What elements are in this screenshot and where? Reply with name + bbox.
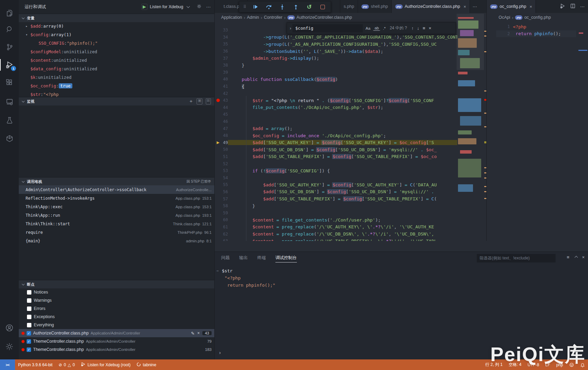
checkbox[interactable]: ✓ <box>27 339 31 344</box>
remove-watch-icon[interactable]: ⊠ <box>206 98 211 104</box>
breakpoint-toggle[interactable]: Errors <box>19 304 214 313</box>
panel-tab-输出[interactable]: 输出 <box>239 255 248 262</box>
code-line[interactable]: 45 <box>214 111 457 118</box>
checkbox[interactable] <box>27 307 31 311</box>
variable-row[interactable]: $content: uninitialized <box>19 56 214 65</box>
debug-console-output[interactable]: →$str"<?phpreturn phpinfo();" <box>216 267 585 289</box>
search-icon[interactable] <box>0 23 19 36</box>
code-line[interactable]: 51 $add['SSO_UC_TABLE_PREFIX'] = $config… <box>214 153 457 160</box>
code-line[interactable]: 56 $add['SSO_UC_DB_DSN'] = $config['SSO_… <box>214 188 457 196</box>
whole-word-icon[interactable]: ab <box>373 26 380 31</box>
previous-match-icon[interactable]: ↑ <box>410 26 416 31</box>
code-line[interactable]: 48 $oc_config = include_once './OcApi/oc… <box>214 132 457 139</box>
code-line[interactable]: 52 <box>214 160 457 167</box>
panel-tab-调试控制台[interactable]: 调试控制台 <box>275 255 297 262</box>
variable-row[interactable]: $k: uninitialized <box>19 73 214 82</box>
checkbox[interactable] <box>27 315 31 319</box>
close-find-icon[interactable]: × <box>427 26 433 31</box>
code-line[interactable]: 37 $admin_config->display(); <box>214 55 457 62</box>
console-filter-input[interactable]: 筛选器(例如 text、!exclude) <box>477 254 556 262</box>
code-line[interactable]: 40 public function ssoCallback($config) <box>214 76 457 83</box>
breakpoints-section-header[interactable]: 断点 <box>19 280 214 288</box>
close-tab-icon[interactable]: × <box>463 4 466 9</box>
variable-row[interactable]: $str: "<?php <box>19 90 214 97</box>
extensions-icon[interactable] <box>0 76 19 89</box>
testing-icon[interactable] <box>0 113 19 127</box>
status-xdebug[interactable]: Listen for Xdebug (root) <box>78 359 133 370</box>
code-line[interactable]: 36 ->buttonSubmit('', L('_SAVE_'))->data… <box>214 48 457 55</box>
breakpoint-dot-icon[interactable] <box>216 99 220 102</box>
source-control-icon[interactable] <box>0 40 19 54</box>
stack-frame-row[interactable]: Think\App::execApp.class.php153:1 <box>19 202 214 211</box>
toolbar-grip-icon[interactable]: ⠿ <box>243 4 246 9</box>
maximize-panel-icon[interactable] <box>574 255 577 260</box>
code-line[interactable]: 53 if (!$config['SSO_CONFIG']) { <box>214 167 457 174</box>
breakpoint-toggle[interactable]: Notices <box>19 288 214 296</box>
breakpoint-toggle[interactable]: Exceptions <box>19 313 214 321</box>
stack-frame-row[interactable]: Think\Think::startThink.class.php121:1 <box>19 219 214 228</box>
toggle-replace-icon[interactable]: › <box>288 26 292 31</box>
next-match-icon[interactable]: ↓ <box>415 26 421 31</box>
code-line[interactable]: ▶49 $add['SSO_UC_AUTH_KEY'] = $config['S… <box>214 139 457 146</box>
status-python-version[interactable]: Python 3.9.6 64-bit <box>15 359 56 370</box>
watch-section-header[interactable]: 监视 ＋ ▣ ⊠ <box>19 97 214 105</box>
minimap[interactable] <box>457 14 484 212</box>
edit-breakpoint-icon[interactable]: ✎ <box>191 331 194 336</box>
variable-row[interactable]: $oc_config: true <box>19 82 214 90</box>
more-actions-icon[interactable]: ⋯ <box>206 4 211 10</box>
restart-button[interactable]: ↺ <box>305 3 313 11</box>
find-in-selection-icon[interactable]: ≡ <box>421 26 427 31</box>
code-line[interactable]: 34 ->group(L('_CONTENT_OF_APPLICATION_CO… <box>214 34 457 41</box>
step-into-button[interactable] <box>278 3 286 11</box>
code-line[interactable]: 42 <box>214 90 457 97</box>
code-lines[interactable]: 3334 ->group(L('_CONTENT_OF_APPLICATION_… <box>214 27 457 241</box>
tab-overflow-icon[interactable]: ⋯ <box>470 0 480 13</box>
stack-frame-row[interactable]: Admin\Controller\AuthorizeController->ss… <box>19 185 214 194</box>
more-actions-icon[interactable]: ⋯ <box>580 4 585 9</box>
code-line[interactable]: 38 } <box>214 62 457 69</box>
breakpoint-toggle[interactable]: Everything <box>19 321 214 329</box>
call-stack-section-header[interactable]: 调用堆栈 因 STEP 已暂停 <box>19 177 214 186</box>
close-panel-icon[interactable]: × <box>582 255 585 260</box>
code-line[interactable]: 2 return phpinfo(); <box>496 30 576 38</box>
debug-config-dropdown[interactable]: ▶ Listen for Xdebug <box>141 4 189 10</box>
code-line[interactable]: 60 $content = file_get_contents('./Conf/… <box>214 216 457 224</box>
variable-row[interactable]: $data_config: uninitialized <box>19 65 214 73</box>
checkbox[interactable] <box>27 323 31 327</box>
panel-tab-终端[interactable]: 终端 <box>257 255 266 262</box>
remote-indicator[interactable]: >< <box>0 359 15 370</box>
code-lines[interactable]: 1<?php2 return phpinfo(); <box>496 23 576 37</box>
run-and-debug-icon[interactable]: 1 <box>0 58 19 72</box>
close-tab-icon[interactable]: × <box>530 4 532 9</box>
checkbox[interactable]: ✓ <box>27 347 31 352</box>
code-line[interactable]: 39 <box>214 69 457 76</box>
code-line[interactable]: 55 $add['SSO_UC_AUTH_KEY'] = $config['SS… <box>214 181 457 188</box>
code-line[interactable]: 50 $add['SSO_UC_DB_DSN'] = $config['SSO_… <box>214 146 457 153</box>
code-line[interactable]: 35 ->group(L('_AS_AN_APPLICATION_CONFIGU… <box>214 41 457 48</box>
match-case-icon[interactable]: Aa <box>364 26 372 31</box>
variable-row[interactable]: ▸$add: array(0) <box>19 22 214 30</box>
checkbox[interactable] <box>27 298 31 303</box>
remote-explorer-icon[interactable] <box>0 95 19 109</box>
code-line[interactable]: 44 file_put_contents('./OcApi/oc_config.… <box>214 104 457 111</box>
add-watch-icon[interactable]: ＋ <box>188 98 193 104</box>
step-over-button[interactable] <box>265 3 273 11</box>
console-input-prompt[interactable]: › <box>219 350 221 355</box>
split-editor-icon[interactable] <box>570 3 575 10</box>
variable-row[interactable]: ▾$config: array(1) <box>19 30 214 39</box>
tab-partial-2[interactable]: s.php <box>340 0 358 13</box>
stack-frame-row[interactable]: {main}admin.php8:1 <box>19 237 214 245</box>
stack-frame-row[interactable]: ReflectionMethod->invokeArgsApp.class.ph… <box>19 194 214 202</box>
start-debug-icon[interactable]: ▶ <box>141 4 147 10</box>
status-tabnine[interactable]: tabnine <box>133 359 159 370</box>
tab-oc-config[interactable]: phpoc_config.php× <box>487 0 536 13</box>
run-or-debug-icon[interactable] <box>560 3 565 10</box>
code-line[interactable]: 61 $content = preg_replace('/\'UC_AUTH_K… <box>214 224 457 231</box>
continue-button[interactable] <box>252 3 260 11</box>
breakpoint-entry[interactable]: ✓AuthorizeController.class.phpApplicatio… <box>19 329 214 337</box>
settings-gear-icon[interactable] <box>0 340 19 353</box>
tab-shell-php[interactable]: phpshell.php <box>358 0 392 13</box>
find-input[interactable]: $config <box>292 24 363 32</box>
code-editor[interactable]: 3334 ->group(L('_CONTENT_OF_APPLICATION_… <box>214 13 486 241</box>
code-line[interactable]: 1<?php <box>496 23 576 30</box>
